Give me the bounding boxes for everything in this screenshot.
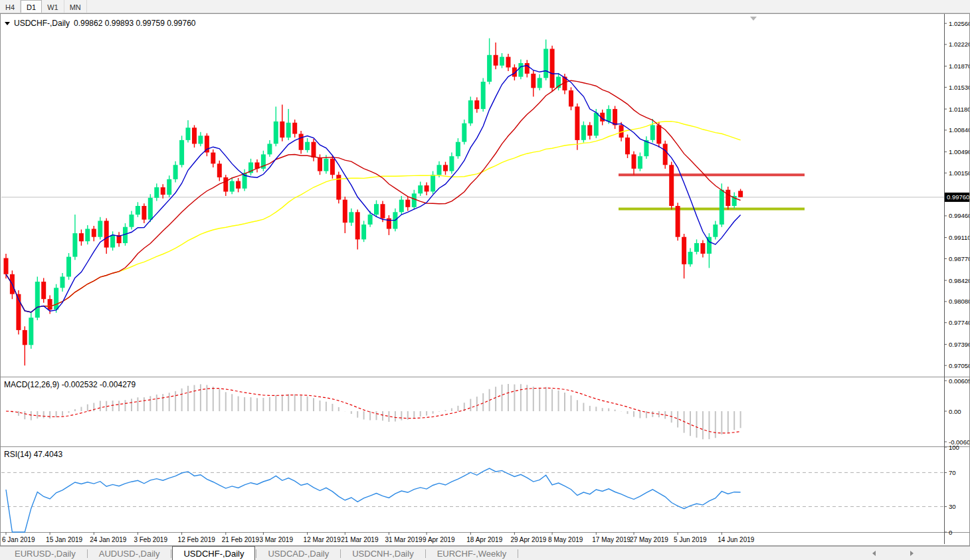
svg-text:14 Jun 2019: 14 Jun 2019 bbox=[718, 536, 754, 543]
svg-text:0.00: 0.00 bbox=[949, 408, 961, 415]
current-price-tag: 0.99760 bbox=[945, 193, 969, 202]
svg-text:70: 70 bbox=[949, 469, 956, 476]
svg-text:24 Jan 2019: 24 Jan 2019 bbox=[90, 536, 126, 543]
svg-text:1.00150: 1.00150 bbox=[949, 169, 969, 177]
tab-scroll-arrows bbox=[872, 551, 914, 556]
svg-text:30: 30 bbox=[949, 503, 956, 510]
timeframe-button-h4[interactable]: H4 bbox=[0, 0, 21, 13]
chart-tab-bar: EURUSD-,DailyAUDUSD-,DailyUSDCHF-,DailyU… bbox=[0, 546, 970, 560]
tab-separator bbox=[518, 549, 518, 558]
macd-label: MACD(12,26,9) -0.002532 -0.004279 bbox=[4, 380, 136, 389]
svg-text:0: 0 bbox=[949, 529, 952, 536]
svg-text:1.01530: 1.01530 bbox=[949, 84, 969, 91]
chart-tab-audusd[interactable]: AUDUSD-,Daily bbox=[88, 547, 171, 560]
svg-text:6 Jan 2019: 6 Jan 2019 bbox=[2, 536, 35, 543]
svg-text:15 Jan 2019: 15 Jan 2019 bbox=[46, 536, 82, 543]
tab-separator bbox=[256, 549, 256, 558]
svg-text:0.99760: 0.99760 bbox=[947, 193, 969, 201]
symbol-label: USDCHF-,Daily bbox=[14, 19, 70, 28]
svg-text:0.98080: 0.98080 bbox=[949, 298, 969, 305]
chart-tab-eurusd[interactable]: EURUSD-,Daily bbox=[4, 547, 86, 560]
tab-separator bbox=[87, 549, 88, 558]
tab-separator bbox=[171, 549, 171, 558]
svg-text:1.02220: 1.02220 bbox=[949, 41, 969, 48]
tab-separator bbox=[340, 549, 341, 558]
svg-text:0.97740: 0.97740 bbox=[949, 319, 969, 326]
macd-values: -0.002532 -0.004279 bbox=[62, 380, 136, 389]
horizontal-lines bbox=[619, 175, 805, 209]
chart-title: USDCHF-,Daily 0.99862 0.99893 0.99759 0.… bbox=[5, 19, 196, 28]
svg-text:0.99460: 0.99460 bbox=[949, 212, 969, 219]
symbol-dropdown-icon[interactable] bbox=[5, 22, 10, 25]
chart-tab-usdchf[interactable]: USDCHF-,Daily bbox=[172, 546, 255, 560]
svg-text:5 Jun 2019: 5 Jun 2019 bbox=[674, 536, 707, 543]
scroll-left-icon[interactable] bbox=[872, 551, 876, 556]
rsi-value: 47.4043 bbox=[34, 450, 62, 459]
tab-separator bbox=[425, 549, 426, 558]
chart-tab-usdcad[interactable]: USDCAD-,Daily bbox=[257, 547, 340, 560]
date-axis[interactable]: 6 Jan 201915 Jan 201924 Jan 20193 Feb 20… bbox=[2, 532, 755, 543]
rsi-label: RSI(14) 47.4043 bbox=[4, 450, 62, 459]
svg-text:12 Mar 2019: 12 Mar 2019 bbox=[304, 536, 341, 543]
price-chart[interactable]: 1.025601.022201.018701.015301.011801.008… bbox=[1, 14, 969, 544]
timeframe-button-mn[interactable]: MN bbox=[64, 0, 87, 13]
svg-text:1.01180: 1.01180 bbox=[949, 106, 969, 113]
svg-text:21 Mar 2019: 21 Mar 2019 bbox=[341, 536, 379, 543]
svg-text:9 Apr 2019: 9 Apr 2019 bbox=[423, 536, 455, 543]
chart-tab-eurchf[interactable]: EURCHF-,Weekly bbox=[427, 547, 518, 560]
svg-text:17 May 2019: 17 May 2019 bbox=[592, 536, 630, 543]
macd-name: MACD(12,26,9) bbox=[4, 380, 59, 389]
svg-text:1.01870: 1.01870 bbox=[949, 62, 969, 70]
scroll-anchor-icon[interactable] bbox=[750, 17, 757, 21]
chart-window: 1.025601.022201.018701.015301.011801.008… bbox=[0, 13, 970, 546]
timeframe-button-w1[interactable]: W1 bbox=[42, 0, 64, 13]
svg-text:12 Feb 2019: 12 Feb 2019 bbox=[178, 536, 216, 543]
svg-text:3 Feb 2019: 3 Feb 2019 bbox=[134, 536, 167, 543]
svg-text:100: 100 bbox=[949, 444, 959, 451]
svg-text:0.006058: 0.006058 bbox=[949, 377, 969, 385]
ohlc-values: 0.99862 0.99893 0.99759 0.99760 bbox=[74, 19, 196, 28]
svg-text:1.00840: 1.00840 bbox=[949, 126, 969, 134]
candles bbox=[4, 39, 743, 366]
chart-tab-usdcnh[interactable]: USDCNH-,Daily bbox=[341, 547, 424, 560]
svg-text:0.98420: 0.98420 bbox=[949, 277, 969, 284]
svg-text:0.99110: 0.99110 bbox=[949, 234, 969, 241]
svg-text:1.02560: 1.02560 bbox=[949, 20, 969, 27]
svg-text:0.97390: 0.97390 bbox=[949, 341, 969, 348]
macd-pane bbox=[6, 384, 741, 439]
svg-text:0.98770: 0.98770 bbox=[949, 255, 969, 262]
svg-text:0.97050: 0.97050 bbox=[949, 362, 969, 369]
svg-text:27 May 2019: 27 May 2019 bbox=[630, 536, 668, 543]
ma-mid bbox=[6, 80, 741, 312]
svg-text:21 Feb 2019: 21 Feb 2019 bbox=[222, 536, 260, 543]
scroll-right-icon[interactable] bbox=[910, 551, 914, 556]
rsi-line bbox=[6, 468, 741, 532]
svg-text:18 Apr 2019: 18 Apr 2019 bbox=[466, 536, 502, 543]
svg-text:29 Apr 2019: 29 Apr 2019 bbox=[510, 536, 546, 543]
svg-text:8 May 2019: 8 May 2019 bbox=[548, 536, 583, 543]
price-axis[interactable]: 1.025601.022201.018701.015301.011801.008… bbox=[944, 14, 969, 544]
ma-fast bbox=[6, 66, 741, 312]
svg-text:3 Mar 2019: 3 Mar 2019 bbox=[259, 536, 293, 543]
timeframe-button-d1[interactable]: D1 bbox=[21, 0, 42, 13]
rsi-pane bbox=[1, 468, 944, 532]
timeframe-toolbar: H4D1W1MN bbox=[0, 0, 970, 13]
ma-slow bbox=[6, 122, 741, 312]
svg-text:1.00490: 1.00490 bbox=[949, 148, 969, 155]
svg-text:31 Mar 2019: 31 Mar 2019 bbox=[385, 536, 423, 543]
rsi-name: RSI(14) bbox=[4, 450, 31, 459]
